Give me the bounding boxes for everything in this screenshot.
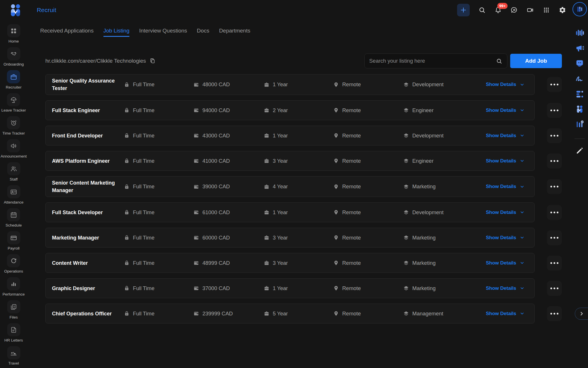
show-details-button[interactable]: Show Details	[486, 108, 525, 113]
job-salary: 61000 CAD	[193, 209, 264, 216]
files-icon	[10, 303, 17, 310]
job-type-label: Full Time	[133, 107, 154, 114]
search-button[interactable]	[478, 6, 486, 14]
app-shortcut-button[interactable]	[575, 119, 585, 129]
sidebar-item-staff[interactable]: Staff	[7, 162, 20, 181]
show-details-button[interactable]: Show Details	[486, 133, 525, 139]
sidebar-item-performance[interactable]: Performance	[3, 277, 25, 296]
sidebar-item-label: Travel	[8, 361, 19, 365]
row-menu-button[interactable]	[547, 281, 562, 296]
job-category-label: Engineer	[412, 158, 434, 164]
tab-received-applications[interactable]: Received Applications	[40, 28, 94, 37]
job-listing-content: hr.clikkle.com/career/Clikkle Technologi…	[45, 53, 562, 323]
sidebar-item-schedule[interactable]: Schedule	[5, 208, 22, 227]
show-details-button[interactable]: Show Details	[486, 184, 525, 189]
job-location: Remote	[333, 235, 403, 241]
row-menu-button[interactable]	[547, 256, 562, 271]
show-details-button[interactable]: Show Details	[486, 260, 525, 266]
row-menu-button[interactable]	[547, 128, 562, 143]
add-job-button[interactable]: Add Job	[510, 54, 562, 68]
job-location-label: Remote	[342, 209, 361, 216]
sidebar-item-operations[interactable]: Operations	[4, 254, 23, 273]
tab-interview-questions[interactable]: Interview Questions	[139, 28, 187, 37]
tasks-icon	[575, 89, 585, 99]
job-type-label: Full Time	[133, 235, 154, 241]
job-type: Full Time	[124, 310, 193, 317]
show-details-button[interactable]: Show Details	[486, 158, 525, 164]
sidebar-item-files[interactable]: Files	[7, 300, 20, 319]
show-details-button[interactable]: Show Details	[486, 210, 525, 215]
copy-url-button[interactable]	[149, 57, 156, 65]
job-card: Chief Operations Officer Full Time 23999…	[45, 304, 535, 323]
app-shortcut-button[interactable]	[575, 43, 585, 53]
row-menu-button[interactable]	[547, 179, 562, 194]
job-title: Marketing Manager	[52, 234, 117, 241]
row-menu-button[interactable]	[547, 103, 562, 118]
show-details-button[interactable]: Show Details	[486, 235, 525, 241]
layers-icon	[403, 285, 409, 291]
app-shortcut-button[interactable]	[575, 28, 585, 38]
sidebar-item-recruiter[interactable]: Recruiter	[6, 70, 22, 89]
job-location-label: Remote	[342, 235, 361, 241]
sidebar-item-leave-tracker[interactable]: Leave Tracker	[1, 93, 26, 112]
job-row: Senior Content Marketing Manager Full Ti…	[45, 176, 562, 197]
video-call-button[interactable]	[527, 6, 534, 14]
job-card: Senior Content Marketing Manager Full Ti…	[45, 176, 535, 197]
sidebar-item-announcement[interactable]: Announcement	[1, 139, 27, 158]
row-menu-button[interactable]	[547, 230, 562, 245]
people-icon	[10, 165, 17, 172]
job-category-label: Management	[412, 310, 443, 317]
app-shortcut-button[interactable]	[575, 89, 585, 99]
sidebar-item-hr-letters[interactable]: HR Letters	[4, 323, 23, 342]
sidebar-item-home[interactable]: Home	[7, 24, 20, 43]
location-pin-icon	[333, 209, 339, 215]
job-category: Development	[403, 81, 478, 88]
row-menu-button[interactable]	[547, 77, 562, 92]
sidebar-item-travel[interactable]: Travel	[7, 346, 20, 365]
sidebar-item-time-tracker[interactable]: Time Tracker	[2, 116, 25, 135]
job-title: Front End Developer	[52, 132, 117, 139]
app-shortcuts	[575, 28, 585, 156]
chat-button[interactable]	[510, 6, 518, 14]
left-sidebar: Home Onboarding Recruiter Leave Tracker …	[0, 20, 27, 368]
sidebar-item-onboarding[interactable]: Onboarding	[3, 47, 24, 66]
job-category: Marketing	[403, 235, 478, 241]
app-shortcut-button[interactable]	[575, 58, 585, 68]
job-category-label: Engineer	[412, 107, 434, 114]
show-details-button[interactable]: Show Details	[486, 285, 525, 291]
apps-grid-button[interactable]	[543, 6, 550, 14]
sidebar-item-label: Leave Tracker	[1, 108, 26, 112]
app-shortcut-button[interactable]	[575, 74, 585, 83]
row-menu-button[interactable]	[547, 205, 562, 220]
job-salary: 37000 CAD	[193, 285, 264, 292]
wallet-icon	[193, 209, 199, 215]
create-new-button[interactable]	[457, 4, 470, 16]
job-experience-label: 5 Year	[273, 310, 288, 317]
tab-job-listing[interactable]: Job Listing	[103, 28, 129, 37]
expand-panel-button[interactable]	[575, 308, 588, 320]
notifications-button[interactable]: 99+	[494, 6, 502, 14]
briefcase-outline-icon	[10, 73, 17, 80]
show-details-button[interactable]: Show Details	[486, 311, 525, 317]
chevron-right-icon	[579, 311, 585, 317]
compose-button[interactable]	[575, 146, 585, 156]
tab-departments[interactable]: Departments	[219, 28, 250, 37]
chevron-down-icon	[520, 82, 525, 87]
chevron-down-icon	[520, 108, 525, 113]
settings-button[interactable]	[559, 6, 566, 14]
job-title: Full Stack Developer	[52, 209, 117, 216]
sidebar-item-attendance[interactable]: Attendance	[4, 185, 23, 204]
job-salary-label: 61000 CAD	[202, 209, 230, 216]
location-pin-icon	[333, 158, 339, 164]
row-menu-button[interactable]	[547, 154, 562, 168]
sidebar-item-payroll[interactable]: Payroll	[7, 231, 20, 250]
job-row: Content Writer Full Time 48999 CAD 3 Yea…	[45, 253, 562, 273]
app-shortcut-button[interactable]	[575, 104, 585, 114]
chevron-down-icon	[520, 133, 525, 138]
row-menu-button[interactable]	[547, 306, 562, 321]
plane-icon	[10, 349, 17, 356]
tab-docs[interactable]: Docs	[197, 28, 209, 37]
show-details-button[interactable]: Show Details	[486, 82, 525, 87]
search-input[interactable]	[369, 58, 496, 64]
avatar[interactable]	[572, 2, 587, 16]
